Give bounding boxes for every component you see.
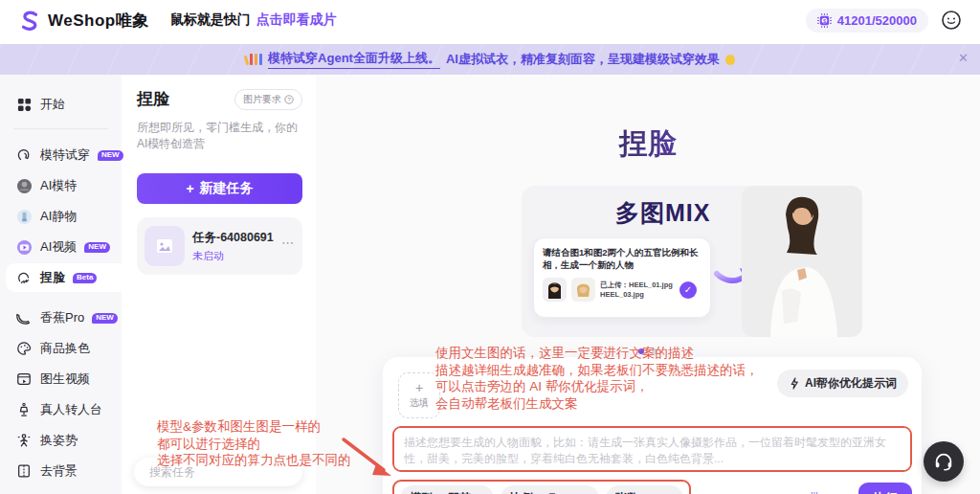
customer-support-button[interactable] <box>924 441 964 482</box>
banner-link[interactable]: 模特试穿Agent全面升级上线。 <box>268 50 440 69</box>
ai-optimize-prompt-button[interactable]: AI帮你优化提示词 <box>777 370 908 397</box>
credits-value: 41201/520000 <box>837 13 917 28</box>
uploaded-files-line1: 已上传：HEEL_01.jpg <box>600 281 673 290</box>
image-video-icon <box>15 370 33 388</box>
star-struck-icon <box>725 54 735 65</box>
palette-icon <box>15 340 33 357</box>
optional-upload-button[interactable]: + 选填 <box>398 372 440 418</box>
sidebar-item-start[interactable]: 开始 <box>6 90 116 119</box>
model-select[interactable]: 模型：即梦 <box>400 485 494 494</box>
example-prompt-text: 请结合图1和图2两个人的五官比例和长相，生成一个新的人物 <box>543 246 702 271</box>
image-requirements-button[interactable]: 图片要求 ? <box>234 89 302 110</box>
top-header: WeShop唯象 鼠标就是快门点击即看成片 $ 41201/520000 <box>0 0 980 40</box>
plus-icon: + <box>186 181 193 196</box>
annotation-line: 选择不同对应的算力点也是不同的 <box>157 452 351 469</box>
mannequin-icon <box>15 401 33 418</box>
sidebar-item-label: AI模特 <box>40 177 77 194</box>
face-outline-icon <box>15 146 33 164</box>
video-play-icon <box>15 238 33 256</box>
sidebar-item-recolor[interactable]: 商品换色 <box>6 334 116 363</box>
panel-description: 所想即所见，零门槛生成，你的AI模特创造营 <box>137 120 302 152</box>
mix-label: 多图MIX <box>615 197 710 229</box>
app-window: WeShop唯象 鼠标就是快门点击即看成片 $ 41201/520000 模特试… <box>0 0 980 494</box>
remove-background-icon <box>15 462 33 480</box>
annotation-line: 会自动帮老板们生成文案 <box>435 395 759 413</box>
task-more-icon[interactable]: ⋯ <box>281 236 295 258</box>
sidebar-item-label: AI视频 <box>40 238 77 256</box>
annotation-line: 模型&参数和图生图是一样的 <box>157 418 351 436</box>
new-task-label: 新建任务 <box>200 180 254 197</box>
annotation-line: 描述越详细生成越准确，如果老板们不要熟悉描述的话， <box>435 362 759 379</box>
ai-still-avatar-icon <box>15 208 33 225</box>
wand-icon <box>789 377 800 390</box>
new-badge: NEW <box>84 242 110 253</box>
chip-icon: $ <box>817 13 832 28</box>
sidebar-item-label: 图生视频 <box>40 370 90 388</box>
new-task-button[interactable]: + 新建任务 <box>137 173 302 204</box>
count-label: 张数： <box>615 490 650 494</box>
sidebar-item-ai-video[interactable]: AI视频 NEW <box>6 233 116 261</box>
slogan-link[interactable]: 点击即看成片 <box>256 11 337 27</box>
weshop-logo[interactable]: WeShop唯象 <box>17 8 149 33</box>
banana-icon <box>15 309 33 326</box>
requirements-label: 图片要求 <box>243 93 281 106</box>
task-status: 未启动 <box>192 249 274 263</box>
showcase-card: 多图MIX 请结合图1和图2两个人的五官比例和长相，生成一个新的人物 已上传：H… <box>522 186 862 337</box>
check-icon: ✓ <box>679 281 697 299</box>
sidebar-item-ai-model[interactable]: AI模特 <box>6 171 116 200</box>
banner-close-icon[interactable]: ✕ <box>958 52 969 64</box>
sidebar-item-label: 去背景 <box>40 462 78 480</box>
sidebar-item-remove-bg[interactable]: 去背景 <box>6 457 116 485</box>
execute-button[interactable]: 执行 <box>858 483 912 494</box>
sidebar-item-label: 换姿势 <box>40 432 78 449</box>
ratio-select[interactable]: 比例： 3:4 <box>501 485 599 494</box>
sidebar-item-banana-pro[interactable]: 香蕉Pro NEW <box>6 303 116 332</box>
new-badge: NEW <box>98 150 123 161</box>
pose-icon <box>15 432 33 449</box>
annotation-prompt-note: 使用文生图的话，这里一定要进行文案的描述 描述越详细生成越准确，如果老板们不要熟… <box>435 345 759 412</box>
ai-model-avatar-icon <box>15 177 33 194</box>
annotation-model-note: 模型&参数和图生图是一样的 都可以进行选择的 选择不同对应的算力点也是不同的 <box>157 418 351 469</box>
brand-name: WeShop唯象 <box>48 10 149 32</box>
task-name: 任务-64080691 <box>192 230 274 246</box>
sidebar-item-img2video[interactable]: 图生视频 <box>6 365 116 393</box>
task-list-item[interactable]: 任务-64080691 未启动 ⋯ <box>137 217 302 275</box>
face-pinch-icon <box>15 269 33 286</box>
headset-icon <box>933 451 954 472</box>
sidebar-divider <box>13 128 108 129</box>
credits-balance[interactable]: $ 41201/520000 <box>806 9 928 33</box>
sidebar-item-model-tryon[interactable]: 模特试穿 NEW <box>6 141 116 169</box>
task-thumbnail <box>145 226 185 266</box>
uploaded-avatar-2 <box>571 278 595 302</box>
sidebar-item-label: 开始 <box>40 96 65 113</box>
sidebar-item-hd-enhance[interactable]: 高清增强 <box>6 487 116 494</box>
model-value: 即梦 <box>448 490 471 494</box>
model-label: 模型： <box>410 490 444 494</box>
uploaded-avatar-1 <box>543 278 567 302</box>
sidebar-item-label: 捏脸 <box>40 269 65 286</box>
annotation-line: 都可以进行选择的 <box>157 436 351 453</box>
announcement-banner: 模特试穿Agent全面升级上线。 AI虚拟试衣，精准复刻面容，呈现建模级试穿效果… <box>0 44 980 75</box>
new-badge: NEW <box>92 313 118 324</box>
slogan-text: 鼠标就是快门 <box>170 11 251 27</box>
parameter-highlight-box: 模型：即梦 比例： 3:4 张数：4 <box>392 480 691 494</box>
prompt-textarea[interactable] <box>392 426 912 472</box>
sidebar-item-mannequin[interactable]: 真人转人台 <box>6 395 116 424</box>
beta-badge: Beta <box>73 273 97 283</box>
banner-text: AI虚拟试衣，精准复刻面容，呈现建模级试穿效果 <box>446 51 720 68</box>
grid-icon <box>15 96 33 113</box>
header-slogan: 鼠标就是快门点击即看成片 <box>170 11 337 29</box>
count-select[interactable]: 张数：4 <box>606 485 683 494</box>
weshop-logo-icon <box>17 8 42 33</box>
account-smiley-icon[interactable] <box>940 9 963 32</box>
sidebar-item-face-pinch[interactable]: 捏脸 Beta <box>6 263 122 292</box>
sidebar-item-pose[interactable]: 换姿势 <box>6 426 116 455</box>
uploaded-files-line2: HEEL_03.jpg <box>600 290 673 300</box>
sidebar-item-ai-still[interactable]: AI静物 <box>6 202 116 231</box>
annotation-line: 可以点击旁边的 AI 帮你优化提示词， <box>435 378 759 395</box>
example-prompt-card: 请结合图1和图2两个人的五官比例和长相，生成一个新的人物 已上传：HEEL_01… <box>533 237 711 318</box>
panel-title: 捏脸 <box>137 88 169 110</box>
sidebar-item-label: AI静物 <box>40 208 77 225</box>
question-icon: ? <box>284 95 294 104</box>
sidebar-item-label: 香蕉Pro <box>40 309 84 326</box>
